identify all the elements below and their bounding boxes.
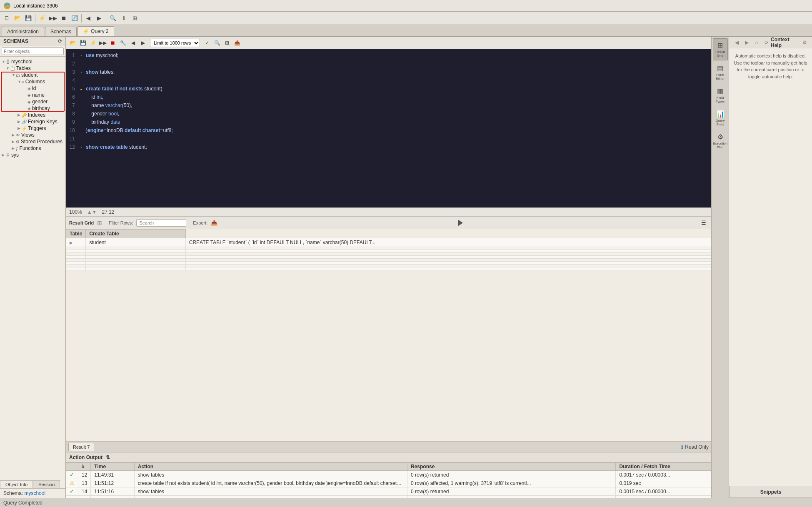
tree-item-functions[interactable]: ▶ ƒ Functions bbox=[0, 145, 65, 152]
query-stats-btn[interactable]: 📊 QueryStats bbox=[713, 107, 728, 129]
code-line-1: 1 • use myschool; bbox=[66, 52, 711, 61]
tree-label-columns: Columns bbox=[25, 79, 45, 85]
stop-query-btn[interactable]: ⏹ bbox=[108, 38, 117, 47]
student-section: ▼ 🗂 student ▼ ≡ Columns ◈ id ◈ bbox=[0, 72, 65, 112]
back-btn[interactable]: ◀ bbox=[83, 13, 93, 23]
layout-btn[interactable]: ⊞ bbox=[130, 13, 140, 23]
back-help-btn[interactable]: ◀ bbox=[732, 38, 741, 47]
grid-view-icon[interactable]: ⊞ bbox=[97, 220, 102, 226]
row-duration: 0.0017 sec / 0.00003... bbox=[616, 471, 711, 479]
tree-item-views[interactable]: ▶ 👁 Views bbox=[0, 132, 65, 138]
exec-query-btn[interactable]: ⚡ bbox=[88, 38, 97, 47]
exec-btn[interactable]: ⚡ bbox=[37, 13, 47, 23]
next-btn[interactable]: ▶ bbox=[138, 38, 147, 47]
forward-btn[interactable]: ▶ bbox=[94, 13, 104, 23]
col-duration: Duration / Fetch Time bbox=[616, 463, 711, 471]
tree-label-triggers: Triggers bbox=[28, 125, 46, 131]
limit-apply-btn[interactable]: ✓ bbox=[202, 38, 212, 47]
run-button[interactable] bbox=[454, 217, 465, 229]
stop-btn[interactable]: ⏹ bbox=[59, 13, 69, 23]
limit-select[interactable]: Limit to 1000 rows bbox=[150, 39, 200, 47]
tab-object-info[interactable]: Object Info bbox=[0, 480, 33, 488]
format-btn[interactable]: ⊞ bbox=[222, 38, 232, 47]
search-btn[interactable]: 🔍 bbox=[108, 13, 118, 23]
result-grid-icon: ⊞ bbox=[717, 41, 723, 49]
tree-item-stored-procedures[interactable]: ▶ ⚙ Stored Procedures bbox=[0, 138, 65, 145]
result-tab-7[interactable]: Result 7 bbox=[68, 443, 94, 451]
prev-btn[interactable]: ◀ bbox=[128, 38, 137, 47]
action-row-14: ✓ 14 11:51:16 show tables 0 row(s) retur… bbox=[66, 487, 711, 496]
filter-rows-input[interactable] bbox=[136, 219, 186, 227]
table-row[interactable]: ▶ student CREATE TABLE `student` ( `id` … bbox=[66, 238, 711, 247]
form-editor-btn[interactable]: ▤ FormEditor bbox=[713, 61, 728, 83]
info-btn[interactable]: ℹ bbox=[119, 13, 129, 23]
wrap-btn[interactable]: ☰ bbox=[701, 220, 706, 226]
tree-item-tables[interactable]: ▼ 📋 Tables bbox=[0, 65, 65, 72]
open-btn[interactable]: 📂 bbox=[12, 13, 22, 23]
new-btn[interactable]: 🗒 bbox=[2, 13, 12, 23]
execution-plan-btn[interactable]: ⚙ ExecutionPlan bbox=[713, 130, 728, 152]
refresh-icon[interactable]: ⟳ bbox=[58, 38, 62, 44]
tree-item-sys[interactable]: ▶ 🗄 sys bbox=[0, 152, 65, 158]
refresh-help-btn[interactable]: ⟳ bbox=[762, 38, 771, 47]
info-icon: ℹ bbox=[681, 444, 683, 450]
tree-item-columns[interactable]: ▼ ≡ Columns bbox=[0, 78, 65, 85]
open-file-btn[interactable]: 📂 bbox=[68, 38, 77, 47]
field-types-btn[interactable]: ▦ FieldTypes bbox=[713, 84, 728, 106]
row-duration: 0.0015 sec / 0.00000... bbox=[616, 487, 711, 496]
tree-item-myschool[interactable]: ▼ 🗄 myschool bbox=[0, 58, 65, 65]
context-help-title: Context Help bbox=[771, 37, 801, 48]
tree-item-student[interactable]: ▼ 🗂 student bbox=[0, 72, 65, 78]
refresh-btn[interactable]: 🔄 bbox=[70, 13, 80, 23]
filter-input[interactable] bbox=[2, 47, 64, 55]
home-help-btn[interactable]: ⌂ bbox=[752, 38, 761, 47]
exec-all-btn[interactable]: ▶▶ bbox=[98, 38, 107, 47]
tree-item-indexes[interactable]: ▶ 🔑 Indexes bbox=[0, 112, 65, 118]
forward-help-btn[interactable]: ▶ bbox=[742, 38, 751, 47]
tree-item-col-birthday[interactable]: ◈ birthday bbox=[0, 105, 65, 112]
tree-label-student: student bbox=[21, 72, 37, 78]
debug-btn[interactable]: 🔧 bbox=[118, 38, 127, 47]
status-text: Query Completed bbox=[3, 500, 42, 506]
tab-query2[interactable]: ⚡ Query 2 bbox=[77, 26, 114, 36]
tree-item-col-id[interactable]: ◈ id bbox=[0, 85, 65, 92]
row-action: show tables bbox=[134, 471, 407, 479]
settings-icon[interactable]: ⚙ bbox=[801, 38, 809, 47]
tree-item-foreign-keys[interactable]: ▶ 🔗 Foreign Keys bbox=[0, 118, 65, 125]
export-icon[interactable]: 📤 bbox=[211, 220, 217, 226]
save-file-btn[interactable]: 💾 bbox=[78, 38, 87, 47]
result-table-container[interactable]: Table Create Table ▶ student CREATE TABL… bbox=[66, 229, 711, 441]
zoom-stepper[interactable]: ▲▼ bbox=[87, 209, 97, 215]
table-row-empty-8 bbox=[66, 267, 711, 270]
export-btn[interactable]: 📤 bbox=[232, 38, 242, 47]
code-editor[interactable]: 1 • use myschool; 2 3 • show tables; 4 bbox=[66, 49, 711, 207]
tab-administration[interactable]: Administration bbox=[2, 27, 44, 36]
result-grid-btn[interactable]: ⊞ ResultGrid bbox=[713, 38, 728, 60]
fn-icon: ƒ bbox=[16, 146, 18, 151]
save-btn[interactable]: 💾 bbox=[23, 13, 33, 23]
tree-item-triggers[interactable]: ▶ ⚡ Triggers bbox=[0, 125, 65, 132]
tree-item-col-gender[interactable]: ◈ gender bbox=[0, 98, 65, 105]
table-row-empty-1 bbox=[66, 247, 711, 250]
tree-item-col-name[interactable]: ◈ name bbox=[0, 92, 65, 98]
table-row-empty-4 bbox=[66, 256, 711, 259]
sep1 bbox=[35, 14, 35, 22]
zoom-btn[interactable]: 🔍 bbox=[212, 38, 222, 47]
fk-icon: 🔗 bbox=[22, 120, 27, 124]
bottom-status-bar: Query Completed bbox=[0, 498, 812, 507]
tree-label-stored-procedures: Stored Procedures bbox=[21, 139, 62, 145]
sort-icon[interactable]: ⇅ bbox=[106, 455, 110, 460]
exec-all-btn[interactable]: ▶▶ bbox=[48, 13, 58, 23]
row-time: 11:51:12 bbox=[91, 479, 134, 487]
filter-rows-label: Filter Rows: bbox=[109, 220, 133, 225]
result-toolbar: Result Grid ⊞ Filter Rows: Export: 📤 ☰ bbox=[66, 217, 711, 229]
action-table-container[interactable]: # Time Action Response Duration / Fetch … bbox=[66, 462, 711, 498]
table-header-row: Table Create Table bbox=[66, 230, 711, 238]
zoom-level: 100% bbox=[69, 209, 82, 215]
tab-session[interactable]: Session bbox=[33, 480, 60, 488]
col-header-table: Table bbox=[66, 230, 86, 238]
row-time: 11:51:16 bbox=[91, 487, 134, 496]
main-container: SCHEMAS ⟳ ▼ 🗄 myschool ▼ 📋 Tables bbox=[0, 37, 812, 498]
col-status bbox=[66, 463, 78, 471]
tab-schemas[interactable]: Schemas bbox=[45, 27, 77, 36]
